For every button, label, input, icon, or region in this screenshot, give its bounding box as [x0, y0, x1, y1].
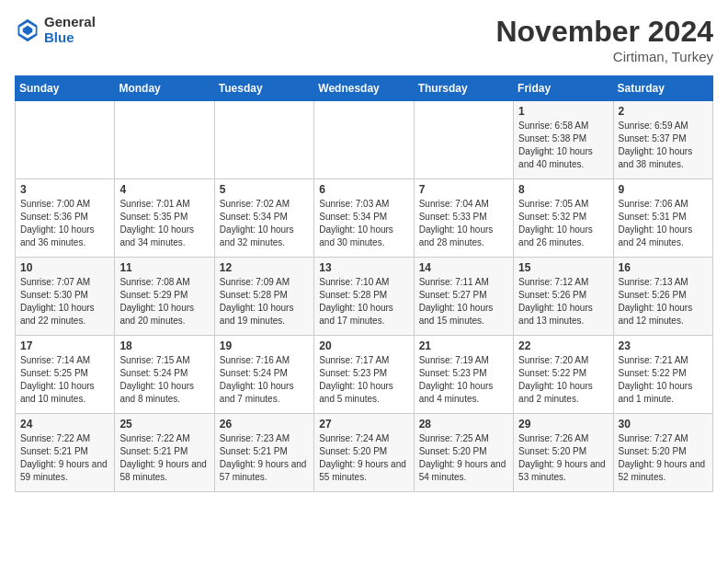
calendar-cell: 15Sunrise: 7:12 AM Sunset: 5:26 PM Dayli…	[514, 258, 613, 336]
day-info: Sunrise: 7:04 AM Sunset: 5:33 PM Dayligh…	[419, 198, 508, 249]
day-info: Sunrise: 6:59 AM Sunset: 5:37 PM Dayligh…	[619, 120, 708, 171]
calendar-table: SundayMondayTuesdayWednesdayThursdayFrid…	[15, 75, 713, 492]
day-info: Sunrise: 7:25 AM Sunset: 5:20 PM Dayligh…	[419, 432, 508, 484]
calendar-cell: 20Sunrise: 7:17 AM Sunset: 5:23 PM Dayli…	[314, 336, 414, 414]
day-number: 24	[20, 418, 109, 431]
day-number: 16	[619, 261, 708, 274]
day-number: 3	[20, 183, 109, 196]
day-info: Sunrise: 7:27 AM Sunset: 5:20 PM Dayligh…	[619, 432, 708, 484]
day-info: Sunrise: 7:22 AM Sunset: 5:21 PM Dayligh…	[119, 432, 209, 484]
calendar-cell: 5Sunrise: 7:02 AM Sunset: 5:34 PM Daylig…	[214, 179, 313, 258]
day-info: Sunrise: 7:10 AM Sunset: 5:28 PM Dayligh…	[319, 276, 408, 327]
title-block: November 2024 Cirtiman, Turkey	[495, 15, 713, 64]
calendar-cell: 12Sunrise: 7:09 AM Sunset: 5:28 PM Dayli…	[214, 258, 313, 336]
calendar-cell	[414, 101, 513, 179]
day-number: 17	[20, 339, 109, 352]
calendar-cell: 16Sunrise: 7:13 AM Sunset: 5:26 PM Dayli…	[613, 258, 712, 336]
day-info: Sunrise: 7:00 AM Sunset: 5:36 PM Dayligh…	[20, 198, 109, 249]
day-info: Sunrise: 7:05 AM Sunset: 5:32 PM Dayligh…	[518, 198, 608, 249]
day-info: Sunrise: 7:26 AM Sunset: 5:20 PM Dayligh…	[518, 432, 608, 484]
calendar-cell: 13Sunrise: 7:10 AM Sunset: 5:28 PM Dayli…	[314, 258, 414, 336]
calendar-week-row: 17Sunrise: 7:14 AM Sunset: 5:25 PM Dayli…	[16, 336, 713, 414]
weekday-header: Sunday	[16, 76, 115, 101]
day-info: Sunrise: 7:15 AM Sunset: 5:24 PM Dayligh…	[119, 354, 209, 406]
day-info: Sunrise: 7:20 AM Sunset: 5:22 PM Dayligh…	[518, 354, 608, 406]
day-info: Sunrise: 7:23 AM Sunset: 5:21 PM Dayligh…	[220, 432, 309, 484]
day-info: Sunrise: 7:09 AM Sunset: 5:28 PM Dayligh…	[220, 276, 309, 327]
day-info: Sunrise: 7:19 AM Sunset: 5:23 PM Dayligh…	[419, 354, 508, 406]
calendar-cell: 27Sunrise: 7:24 AM Sunset: 5:20 PM Dayli…	[314, 414, 414, 492]
logo-blue: Blue	[44, 30, 96, 46]
calendar-cell: 7Sunrise: 7:04 AM Sunset: 5:33 PM Daylig…	[414, 179, 513, 258]
calendar-cell: 10Sunrise: 7:07 AM Sunset: 5:30 PM Dayli…	[16, 258, 115, 336]
day-number: 2	[619, 105, 708, 118]
calendar-cell: 23Sunrise: 7:21 AM Sunset: 5:22 PM Dayli…	[613, 336, 712, 414]
calendar-week-row: 24Sunrise: 7:22 AM Sunset: 5:21 PM Dayli…	[16, 414, 713, 492]
calendar-cell: 25Sunrise: 7:22 AM Sunset: 5:21 PM Dayli…	[115, 414, 214, 492]
day-number: 29	[518, 418, 608, 431]
day-info: Sunrise: 7:08 AM Sunset: 5:29 PM Dayligh…	[119, 276, 209, 327]
calendar-cell: 18Sunrise: 7:15 AM Sunset: 5:24 PM Dayli…	[115, 336, 214, 414]
day-number: 26	[220, 418, 309, 431]
calendar-cell: 19Sunrise: 7:16 AM Sunset: 5:24 PM Dayli…	[214, 336, 313, 414]
day-info: Sunrise: 7:11 AM Sunset: 5:27 PM Dayligh…	[419, 276, 508, 327]
weekday-header: Thursday	[414, 76, 513, 101]
day-number: 12	[220, 261, 309, 274]
weekday-header-row: SundayMondayTuesdayWednesdayThursdayFrid…	[16, 76, 713, 101]
calendar-cell: 8Sunrise: 7:05 AM Sunset: 5:32 PM Daylig…	[514, 179, 613, 258]
weekday-header: Monday	[115, 76, 214, 101]
day-info: Sunrise: 7:03 AM Sunset: 5:34 PM Dayligh…	[319, 198, 408, 249]
day-info: Sunrise: 7:13 AM Sunset: 5:26 PM Dayligh…	[619, 276, 708, 327]
day-number: 1	[518, 105, 608, 118]
calendar-week-row: 10Sunrise: 7:07 AM Sunset: 5:30 PM Dayli…	[16, 258, 713, 336]
day-info: Sunrise: 7:22 AM Sunset: 5:21 PM Dayligh…	[20, 432, 109, 484]
calendar-cell: 14Sunrise: 7:11 AM Sunset: 5:27 PM Dayli…	[414, 258, 513, 336]
logo-text: General Blue	[44, 15, 96, 45]
calendar-cell: 24Sunrise: 7:22 AM Sunset: 5:21 PM Dayli…	[16, 414, 115, 492]
day-number: 18	[119, 339, 209, 352]
day-info: Sunrise: 7:01 AM Sunset: 5:35 PM Dayligh…	[119, 198, 209, 249]
calendar-cell: 21Sunrise: 7:19 AM Sunset: 5:23 PM Dayli…	[414, 336, 513, 414]
calendar-cell: 2Sunrise: 6:59 AM Sunset: 5:37 PM Daylig…	[613, 101, 712, 179]
calendar-cell: 28Sunrise: 7:25 AM Sunset: 5:20 PM Dayli…	[414, 414, 513, 492]
day-info: Sunrise: 7:07 AM Sunset: 5:30 PM Dayligh…	[20, 276, 109, 327]
calendar-week-row: 1Sunrise: 6:58 AM Sunset: 5:38 PM Daylig…	[16, 101, 713, 179]
calendar-cell: 29Sunrise: 7:26 AM Sunset: 5:20 PM Dayli…	[514, 414, 613, 492]
day-number: 9	[619, 183, 708, 196]
calendar-cell: 4Sunrise: 7:01 AM Sunset: 5:35 PM Daylig…	[115, 179, 214, 258]
day-number: 4	[119, 183, 209, 196]
day-info: Sunrise: 7:24 AM Sunset: 5:20 PM Dayligh…	[319, 432, 408, 484]
day-info: Sunrise: 7:12 AM Sunset: 5:26 PM Dayligh…	[518, 276, 608, 327]
calendar-cell: 1Sunrise: 6:58 AM Sunset: 5:38 PM Daylig…	[514, 101, 613, 179]
calendar-week-row: 3Sunrise: 7:00 AM Sunset: 5:36 PM Daylig…	[16, 179, 713, 258]
calendar-cell: 26Sunrise: 7:23 AM Sunset: 5:21 PM Dayli…	[214, 414, 313, 492]
weekday-header: Saturday	[613, 76, 712, 101]
day-number: 23	[619, 339, 708, 352]
day-info: Sunrise: 7:16 AM Sunset: 5:24 PM Dayligh…	[220, 354, 309, 406]
day-info: Sunrise: 6:58 AM Sunset: 5:38 PM Dayligh…	[518, 120, 608, 171]
day-info: Sunrise: 7:21 AM Sunset: 5:22 PM Dayligh…	[619, 354, 708, 406]
calendar-cell: 9Sunrise: 7:06 AM Sunset: 5:31 PM Daylig…	[613, 179, 712, 258]
calendar-cell: 6Sunrise: 7:03 AM Sunset: 5:34 PM Daylig…	[314, 179, 414, 258]
day-info: Sunrise: 7:17 AM Sunset: 5:23 PM Dayligh…	[319, 354, 408, 406]
day-number: 5	[220, 183, 309, 196]
calendar-cell: 11Sunrise: 7:08 AM Sunset: 5:29 PM Dayli…	[115, 258, 214, 336]
day-number: 8	[518, 183, 608, 196]
calendar-cell: 30Sunrise: 7:27 AM Sunset: 5:20 PM Dayli…	[613, 414, 712, 492]
calendar-cell: 22Sunrise: 7:20 AM Sunset: 5:22 PM Dayli…	[514, 336, 613, 414]
day-number: 30	[619, 418, 708, 431]
calendar-cell	[115, 101, 214, 179]
day-info: Sunrise: 7:02 AM Sunset: 5:34 PM Dayligh…	[220, 198, 309, 249]
day-number: 22	[518, 339, 608, 352]
weekday-header: Tuesday	[214, 76, 313, 101]
location: Cirtiman, Turkey	[495, 49, 713, 64]
month-title: November 2024	[495, 15, 713, 49]
logo-icon	[15, 17, 40, 43]
weekday-header: Friday	[514, 76, 613, 101]
logo-general: General	[44, 15, 96, 30]
day-number: 14	[419, 261, 508, 274]
day-number: 27	[319, 418, 408, 431]
day-number: 13	[319, 261, 408, 274]
day-info: Sunrise: 7:14 AM Sunset: 5:25 PM Dayligh…	[20, 354, 109, 406]
day-number: 28	[419, 418, 508, 431]
